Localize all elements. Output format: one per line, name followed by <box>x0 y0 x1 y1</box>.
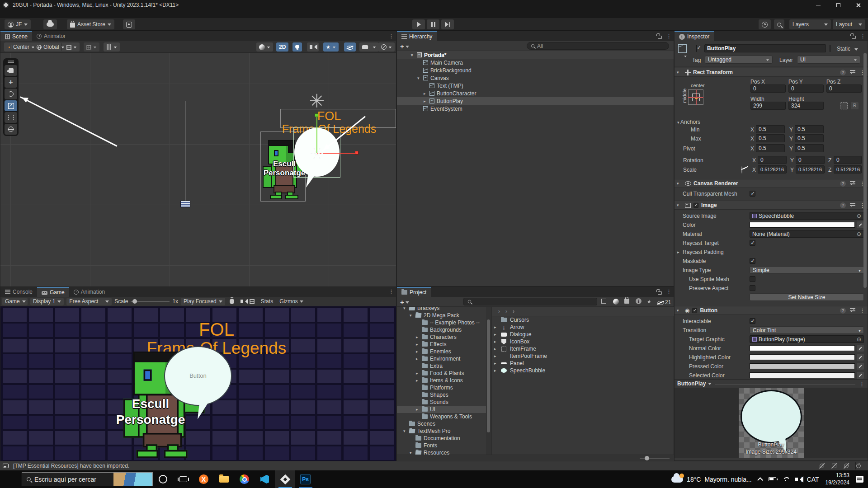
tag-dropdown[interactable]: Untagged <box>705 56 773 64</box>
checkbox[interactable] <box>750 258 755 264</box>
project-tree-row[interactable]: 2D Mega Pack <box>397 312 486 319</box>
preview-title[interactable]: ButtonPlay <box>677 380 712 387</box>
presets-icon[interactable] <box>850 70 855 75</box>
disclosure-icon[interactable] <box>416 349 422 354</box>
vsync-toggle[interactable] <box>248 298 256 305</box>
file-row[interactable]: SpeechBubble <box>492 367 674 374</box>
hidden-packages-toggle[interactable]: 21 <box>657 299 671 305</box>
background-tasks-icon[interactable] <box>855 463 862 469</box>
foldout-icon[interactable]: ▾ <box>677 181 683 186</box>
lighting-toggle[interactable] <box>292 42 302 52</box>
transform-tool[interactable] <box>5 124 17 135</box>
posy-field[interactable]: 0 <box>788 84 824 93</box>
anchor-preset-widget[interactable] <box>688 89 703 105</box>
project-tree-row[interactable]: -- Example Photos -- <box>397 319 486 326</box>
hierarchy-row[interactable]: Main Camera <box>397 59 674 66</box>
disclosure-icon[interactable] <box>424 99 429 103</box>
disclosure-icon[interactable] <box>494 332 500 337</box>
project-tree-row[interactable]: Food & Plants <box>397 370 486 377</box>
file-row[interactable]: IconBox <box>492 338 674 345</box>
color-swatch[interactable] <box>750 372 855 378</box>
color-swatch[interactable] <box>750 363 855 369</box>
preview-drag-handle[interactable] <box>715 383 855 385</box>
game-audio-toggle[interactable] <box>239 298 245 305</box>
scrollbar-thumb[interactable] <box>863 53 867 288</box>
foldout-icon[interactable]: ▾ <box>677 70 683 75</box>
slider-thumb[interactable] <box>132 299 137 304</box>
posz-field[interactable]: 0 <box>826 84 862 93</box>
audio-mute-toggle[interactable] <box>307 42 319 52</box>
file-row[interactable]: Dialogue <box>492 331 674 338</box>
scale-tool[interactable] <box>5 100 17 111</box>
presets-icon[interactable] <box>850 181 855 186</box>
play-focused-dropdown[interactable]: Play Focused <box>181 298 225 305</box>
checkbox[interactable] <box>750 240 755 246</box>
dropdown[interactable]: Simple <box>750 266 864 274</box>
static-checkbox[interactable] <box>830 45 830 52</box>
gameobject-cube-icon[interactable] <box>678 44 687 53</box>
taskbar-app-chrome[interactable] <box>234 470 255 488</box>
move-tool[interactable] <box>5 77 17 88</box>
anchor-min-y[interactable]: 0.5 <box>795 125 824 133</box>
color-swatch[interactable] <box>750 345 855 351</box>
gizmos-dropdown[interactable] <box>378 42 395 52</box>
game-display-mode-dropdown[interactable]: Game <box>2 298 28 305</box>
search-by-label-icon[interactable] <box>624 299 629 304</box>
cloud-services-button[interactable] <box>43 19 57 29</box>
help-icon[interactable] <box>840 70 846 75</box>
presets-icon[interactable] <box>850 203 855 207</box>
hidden-objects-toggle[interactable] <box>344 42 356 52</box>
tab-inspector[interactable]: Inspector <box>675 31 714 41</box>
display-target-dropdown[interactable]: Display 1 <box>30 298 64 305</box>
cache-server-disabled-icon[interactable] <box>831 463 837 469</box>
raw-mode-button[interactable]: R <box>851 102 859 109</box>
component-enabled-checkbox[interactable] <box>693 202 698 207</box>
grid-visibility-button[interactable] <box>64 42 80 52</box>
project-tree-row[interactable]: Enemies <box>397 348 486 355</box>
play-button[interactable] <box>412 19 425 29</box>
minimize-button[interactable] <box>808 0 828 10</box>
package-manager-button[interactable] <box>123 19 135 29</box>
asset-store-dropdown[interactable]: Asset Store <box>67 19 114 29</box>
hierarchy-row[interactable]: BrickBackground <box>397 66 674 74</box>
project-tree-row[interactable]: Sounds <box>397 399 486 406</box>
object-picker-icon[interactable] <box>857 231 861 237</box>
disclosure-icon[interactable] <box>494 325 500 329</box>
keyboard-language[interactable]: CAT <box>807 476 819 483</box>
taskbar-app-browser-ring[interactable] <box>153 470 173 488</box>
object-picker-icon[interactable] <box>857 336 861 343</box>
scene-viewport[interactable]: FOL Frame Of Legends <box>0 53 396 286</box>
disclosure-icon[interactable] <box>403 307 409 310</box>
disclosure-icon[interactable] <box>494 339 500 344</box>
clock[interactable]: 13:53 19/2/2024 <box>826 472 849 486</box>
anchor-min-x[interactable]: 0.5 <box>756 125 785 133</box>
disclosure-icon[interactable] <box>416 342 422 347</box>
disclosure-icon[interactable] <box>494 354 500 358</box>
rotation-y[interactable]: 0 <box>796 156 825 164</box>
object-field[interactable]: ButtonPlay (Image) <box>750 335 864 343</box>
disclosure-icon[interactable] <box>411 53 417 57</box>
move-handle-x-cap[interactable] <box>355 151 359 155</box>
presets-icon[interactable] <box>850 308 855 313</box>
game-scale-slider[interactable]: Scale 1x <box>114 298 178 305</box>
lock-icon[interactable] <box>852 34 856 40</box>
project-tree-row[interactable]: Environment <box>397 355 486 362</box>
disclosure-icon[interactable] <box>410 450 415 455</box>
disclosure-icon[interactable] <box>416 335 422 339</box>
project-tree-row[interactable]: Weapons & Tools <box>397 413 486 420</box>
thumbnail-zoom-slider[interactable] <box>640 458 670 459</box>
dropdown[interactable]: Color Tint <box>750 326 864 334</box>
project-tree-row[interactable]: Resources <box>397 449 486 455</box>
breadcrumb-item[interactable] <box>503 308 510 314</box>
tray-expand-icon[interactable] <box>757 477 763 483</box>
disclosure-icon[interactable] <box>417 76 423 80</box>
hierarchy-search-input[interactable]: All <box>527 42 669 50</box>
start-button[interactable] <box>0 470 22 488</box>
tab-scene[interactable]: Scene <box>0 31 32 41</box>
disclosure-icon[interactable] <box>416 407 422 412</box>
rect-tool-pivot-gizmo[interactable] <box>310 94 324 108</box>
project-tree-row[interactable]: Extra <box>397 362 486 370</box>
scale-z[interactable]: 0.5128216 <box>834 165 862 174</box>
checkbox[interactable] <box>750 318 755 324</box>
link-scale-icon[interactable] <box>741 167 747 173</box>
